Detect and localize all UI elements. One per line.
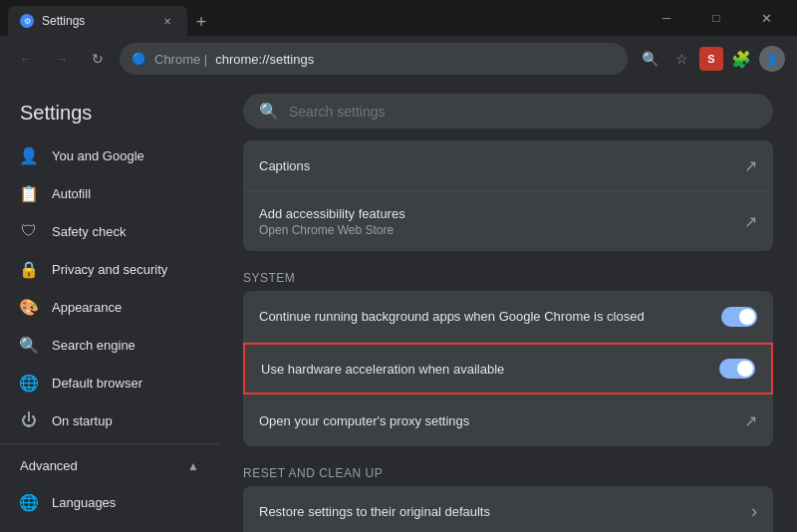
sidebar-label-appearance: Appearance (52, 300, 122, 315)
proxy-settings-row[interactable]: Open your computer's proxy settings ↗ (243, 395, 773, 446)
system-group: System Continue running background apps … (243, 259, 773, 446)
sidebar-item-appearance[interactable]: 🎨 Appearance (0, 288, 211, 326)
url-display: chrome://settings (215, 52, 314, 67)
tab-area: ⚙ Settings ✕ + (8, 0, 636, 36)
chevron-up-icon: ▲ (187, 459, 199, 473)
restore-arrow-icon: › (751, 501, 757, 522)
sidebar-item-privacy-security[interactable]: 🔒 Privacy and security (0, 250, 211, 288)
sidebar-item-you-and-google[interactable]: 👤 You and Google (0, 136, 211, 174)
main-content: Settings 👤 You and Google 📋 Autofill 🛡 S… (0, 82, 797, 532)
sidebar-label-search-engine: Search engine (52, 338, 135, 353)
sidebar-divider (0, 443, 219, 444)
sidebar-label-default-browser: Default browser (52, 376, 142, 391)
reset-group: Reset and clean up Restore settings to t… (243, 454, 773, 532)
profile-avatar[interactable]: 👤 (759, 46, 785, 72)
address-bar: ← → ↻ 🔵 Chrome | chrome://settings 🔍 ☆ S… (0, 36, 797, 82)
person-icon: 👤 (20, 146, 38, 164)
url-prefix: Chrome | (154, 52, 207, 67)
accessibility-group: Captions ↗ Add accessibility features Op… (243, 140, 773, 251)
accessibility-features-subtitle: Open Chrome Web Store (259, 223, 732, 237)
accessibility-features-title: Add accessibility features (259, 206, 732, 221)
hardware-acceleration-text: Use hardware acceleration when available (261, 362, 719, 377)
new-tab-button[interactable]: + (187, 8, 215, 36)
sidebar-label-safety-check: Safety check (52, 224, 126, 239)
settings-content: 🔍 Captions ↗ Add accessibility features … (219, 82, 797, 532)
reset-section-label: Reset and clean up (243, 454, 773, 486)
sidebar-label-privacy-security: Privacy and security (52, 262, 167, 277)
toolbar-icons: 🔍 ☆ S 🧩 👤 (636, 45, 785, 73)
sidebar-advanced-label: Advanced (20, 458, 78, 473)
shield-icon: 🛡 (20, 222, 38, 240)
tab-label: Settings (42, 14, 85, 28)
languages-icon: 🌐 (20, 493, 38, 511)
captions-text: Captions (259, 158, 732, 173)
startup-icon: ⏻ (20, 411, 38, 429)
restore-defaults-text: Restore settings to their original defau… (259, 504, 739, 519)
accessibility-features-row[interactable]: Add accessibility features Open Chrome W… (243, 192, 773, 251)
captions-external-icon: ↗ (744, 156, 757, 175)
bookmark-icon[interactable]: ☆ (667, 45, 695, 73)
autofill-icon: 📋 (20, 184, 38, 202)
accessibility-external-icon: ↗ (744, 212, 757, 231)
security-icon: 🔵 (132, 52, 146, 66)
proxy-settings-text: Open your computer's proxy settings (259, 413, 732, 428)
search-engine-icon: 🔍 (20, 336, 38, 354)
sidebar: Settings 👤 You and Google 📋 Autofill 🛡 S… (0, 82, 219, 532)
title-bar: ⚙ Settings ✕ + ─ □ ✕ (0, 0, 797, 36)
maximize-button[interactable]: □ (693, 0, 739, 36)
search-toolbar-icon[interactable]: 🔍 (636, 45, 664, 73)
active-tab[interactable]: ⚙ Settings ✕ (8, 6, 187, 36)
settings-search-input[interactable] (289, 104, 757, 120)
system-section-label: System (243, 259, 773, 291)
captions-row[interactable]: Captions ↗ (243, 140, 773, 192)
background-apps-toggle[interactable] (721, 307, 757, 327)
proxy-settings-title: Open your computer's proxy settings (259, 413, 732, 428)
settings-search-icon: 🔍 (259, 102, 279, 121)
sidebar-label-autofill: Autofill (52, 186, 91, 201)
hardware-acceleration-title: Use hardware acceleration when available (261, 362, 719, 377)
url-bar[interactable]: 🔵 Chrome | chrome://settings (120, 43, 628, 75)
restore-defaults-row[interactable]: Restore settings to their original defau… (243, 486, 773, 532)
sidebar-title: Settings (0, 90, 219, 136)
background-apps-text: Continue running background apps when Go… (259, 309, 721, 324)
sidebar-item-on-startup[interactable]: ⏻ On startup (0, 401, 211, 439)
accessibility-features-text: Add accessibility features Open Chrome W… (259, 206, 732, 237)
sidebar-item-autofill[interactable]: 📋 Autofill (0, 174, 211, 212)
sidebar-label-on-startup: On startup (52, 413, 113, 428)
extension-icon[interactable]: S (699, 47, 723, 71)
refresh-button[interactable]: ↻ (84, 45, 112, 73)
sidebar-label-languages: Languages (52, 495, 116, 510)
tab-favicon: ⚙ (20, 14, 34, 28)
sidebar-label-you-and-google: You and Google (52, 148, 144, 163)
close-window-button[interactable]: ✕ (743, 0, 789, 36)
sidebar-item-downloads[interactable]: ⬇ Downloads (0, 521, 211, 532)
proxy-external-icon: ↗ (744, 411, 757, 430)
tab-close-btn[interactable]: ✕ (159, 13, 175, 29)
appearance-icon: 🎨 (20, 298, 38, 316)
toggle-knob (739, 309, 755, 325)
hardware-acceleration-toggle[interactable] (719, 359, 755, 379)
window-controls: ─ □ ✕ (644, 0, 789, 36)
sidebar-item-languages[interactable]: 🌐 Languages (0, 483, 211, 521)
background-apps-row[interactable]: Continue running background apps when Go… (243, 291, 773, 343)
extensions-button[interactable]: 🧩 (727, 45, 755, 73)
back-button[interactable]: ← (12, 45, 40, 73)
background-apps-title: Continue running background apps when Go… (259, 309, 721, 324)
settings-search-bar[interactable]: 🔍 (243, 94, 773, 129)
captions-title: Captions (259, 158, 732, 173)
hardware-acceleration-row[interactable]: Use hardware acceleration when available (243, 343, 773, 395)
toggle-knob-2 (737, 361, 753, 377)
sidebar-item-search-engine[interactable]: 🔍 Search engine (0, 326, 211, 364)
sidebar-item-safety-check[interactable]: 🛡 Safety check (0, 212, 211, 250)
browser-icon: 🌐 (20, 374, 38, 392)
minimize-button[interactable]: ─ (644, 0, 689, 36)
sidebar-advanced-section[interactable]: Advanced ▲ (0, 448, 219, 483)
lock-icon: 🔒 (20, 260, 38, 278)
forward-button[interactable]: → (48, 45, 76, 73)
sidebar-item-default-browser[interactable]: 🌐 Default browser (0, 364, 211, 401)
restore-defaults-title: Restore settings to their original defau… (259, 504, 739, 519)
